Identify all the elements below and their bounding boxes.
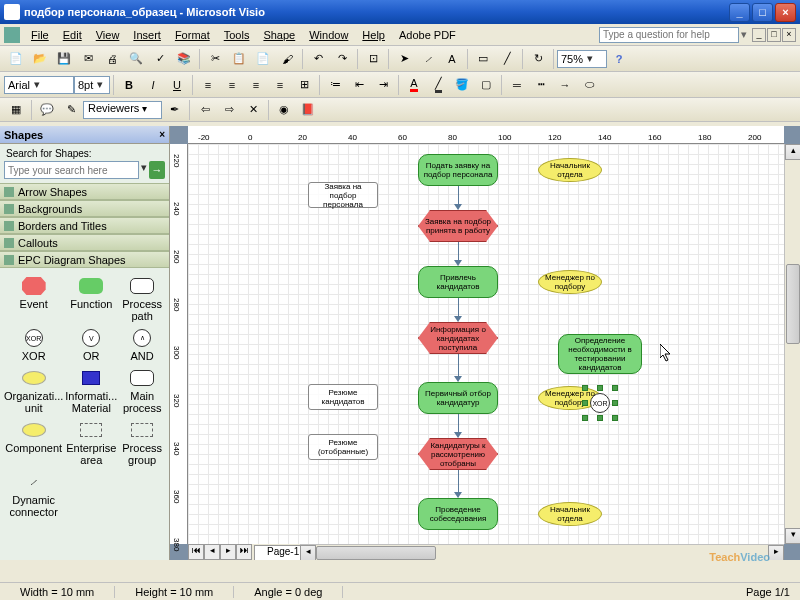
align-center-button[interactable]: ≡	[221, 74, 243, 96]
stencil-epc-diagram[interactable]: EPC Diagram Shapes	[0, 251, 169, 268]
canvas-function-1[interactable]: Подать заявку на подбор персонала	[418, 154, 498, 186]
shape-component[interactable]: Component	[4, 420, 63, 466]
arrow-ends-button[interactable]: →	[554, 74, 576, 96]
reviewers-combo[interactable]: Reviewers ▾	[83, 101, 162, 119]
minimize-button[interactable]: _	[729, 3, 750, 22]
font-name-combo[interactable]: Arial▾	[4, 76, 74, 94]
email-button[interactable]: ✉	[77, 48, 99, 70]
undo-button[interactable]: ↶	[307, 48, 329, 70]
canvas-function-5[interactable]: Проведение собеседования	[418, 498, 498, 530]
vertical-scrollbar[interactable]: ▴ ▾	[784, 144, 800, 544]
decrease-indent-button[interactable]: ⇤	[348, 74, 370, 96]
help-dropdown[interactable]: ▾	[741, 28, 747, 41]
menu-tools[interactable]: Tools	[217, 27, 257, 43]
rectangle-tool[interactable]: ▭	[472, 48, 494, 70]
font-size-combo[interactable]: 8pt▾	[74, 76, 110, 94]
canvas-info-2[interactable]: Резюме кандидатов	[308, 384, 378, 410]
justify-button[interactable]: ≡	[269, 74, 291, 96]
next-page-button[interactable]: ▸	[220, 544, 236, 560]
menu-file[interactable]: File	[24, 27, 56, 43]
save-button[interactable]: 💾	[53, 48, 75, 70]
font-color-button[interactable]: A	[403, 74, 425, 96]
menu-view[interactable]: View	[89, 27, 127, 43]
line-weight-button[interactable]: ═	[506, 74, 528, 96]
bullets-button[interactable]: ≔	[324, 74, 346, 96]
search-go-button[interactable]: →	[149, 161, 165, 179]
shape-info-material[interactable]: Informati... Material	[65, 368, 117, 414]
line-tool[interactable]: ╱	[496, 48, 518, 70]
open-button[interactable]: 📂	[29, 48, 51, 70]
stencil-backgrounds[interactable]: Backgrounds	[0, 200, 169, 217]
spelling-button[interactable]: ✓	[149, 48, 171, 70]
maximize-button[interactable]: □	[752, 3, 773, 22]
shape-xor[interactable]: XORXOR	[4, 328, 63, 362]
text-tool[interactable]: A	[441, 48, 463, 70]
mdi-close[interactable]: ×	[782, 28, 796, 42]
rotate-button[interactable]: ↻	[527, 48, 549, 70]
help-search-input[interactable]	[599, 27, 739, 43]
canvas-info-3[interactable]: Резюме (отобранные)	[308, 434, 378, 460]
stencil-callouts[interactable]: Callouts	[0, 234, 169, 251]
vertical-ruler[interactable]: 220240260280300320340360380	[170, 144, 188, 544]
insert-comment-button[interactable]: 💬	[36, 99, 58, 121]
delete-markup-button[interactable]: ✕	[242, 99, 264, 121]
new-button[interactable]: 📄	[5, 48, 27, 70]
canvas-org-2[interactable]: Менеджер по подбору	[538, 270, 602, 294]
italic-button[interactable]: I	[142, 74, 164, 96]
menu-insert[interactable]: Insert	[126, 27, 168, 43]
canvas-event-2[interactable]: Информация о кандидатах поступила	[418, 322, 498, 354]
bold-button[interactable]: B	[118, 74, 140, 96]
line-color-button[interactable]: ╱	[427, 74, 449, 96]
corner-rounding-button[interactable]: ⬭	[578, 74, 600, 96]
pointer-tool[interactable]: ➤	[393, 48, 415, 70]
help-button[interactable]: ?	[608, 48, 630, 70]
canvas-event-1[interactable]: Заявка на подбор принята в работу	[418, 210, 498, 242]
shape-process-path[interactable]: Process path	[119, 276, 165, 322]
shadow-button[interactable]: ▢	[475, 74, 497, 96]
print-preview-button[interactable]: 🔍	[125, 48, 147, 70]
align-left-button[interactable]: ≡	[197, 74, 219, 96]
stamp-button[interactable]: ⊡	[362, 48, 384, 70]
track-markup-button[interactable]: ◉	[273, 99, 295, 121]
format-painter-button[interactable]: 🖌	[276, 48, 298, 70]
line-pattern-button[interactable]: ┅	[530, 74, 552, 96]
search-dropdown[interactable]: ▾	[141, 161, 147, 179]
drawing-canvas[interactable]: Подать заявку на подбор персонала Началь…	[188, 144, 784, 544]
pdf-export-button[interactable]: 📕	[297, 99, 319, 121]
horizontal-ruler[interactable]: -20020406080100120140160180200	[188, 126, 784, 144]
search-shapes-input[interactable]	[4, 161, 139, 179]
underline-button[interactable]: U	[166, 74, 188, 96]
align-right-button[interactable]: ≡	[245, 74, 267, 96]
redo-button[interactable]: ↷	[331, 48, 353, 70]
menu-shape[interactable]: Shape	[256, 27, 302, 43]
menu-window[interactable]: Window	[302, 27, 355, 43]
shape-or[interactable]: VOR	[65, 328, 117, 362]
increase-indent-button[interactable]: ⇥	[372, 74, 394, 96]
mdi-restore[interactable]: □	[767, 28, 781, 42]
selected-shape-container[interactable]: XOR	[585, 388, 615, 418]
canvas-function-2[interactable]: Привлечь кандидатов	[418, 266, 498, 298]
edit-comment-button[interactable]: ✎	[60, 99, 82, 121]
canvas-org-4[interactable]: Начальник отдела	[538, 502, 602, 526]
canvas-function-3[interactable]: Определение необходимости в тестировании…	[558, 334, 642, 374]
shape-and[interactable]: ∧AND	[119, 328, 165, 362]
stencil-borders-titles[interactable]: Borders and Titles	[0, 217, 169, 234]
shape-dynamic-connector[interactable]: ⟋Dynamic connector	[4, 472, 63, 518]
zoom-combo[interactable]: 75%▾	[557, 50, 607, 68]
research-button[interactable]: 📚	[173, 48, 195, 70]
scroll-up-button[interactable]: ▴	[785, 144, 800, 160]
close-button[interactable]: ×	[775, 3, 796, 22]
shapes-window-button[interactable]: ▦	[5, 99, 27, 121]
previous-markup-button[interactable]: ⇦	[194, 99, 216, 121]
distribute-button[interactable]: ⊞	[293, 74, 315, 96]
canvas-function-4[interactable]: Первичный отбор кандидатур	[418, 382, 498, 414]
shape-function[interactable]: Function	[65, 276, 117, 322]
last-page-button[interactable]: ⏭	[236, 544, 252, 560]
stencil-arrow-shapes[interactable]: Arrow Shapes	[0, 183, 169, 200]
copy-button[interactable]: 📋	[228, 48, 250, 70]
shapes-panel-close[interactable]: ×	[159, 129, 165, 140]
scroll-down-button[interactable]: ▾	[785, 528, 800, 544]
canvas-xor-selected[interactable]: XOR	[590, 393, 610, 413]
scroll-left-button[interactable]: ◂	[300, 545, 316, 560]
print-button[interactable]: 🖨	[101, 48, 123, 70]
